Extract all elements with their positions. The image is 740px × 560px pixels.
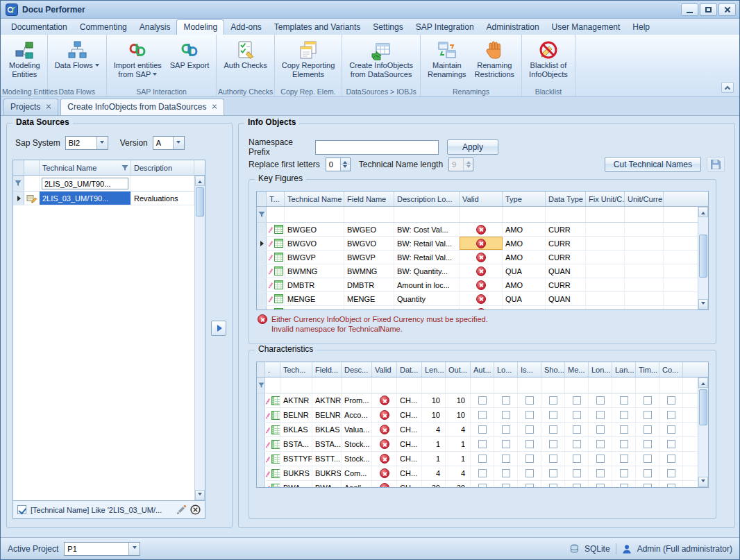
- clear-filter-icon[interactable]: [190, 504, 201, 515]
- filter-cell[interactable]: [565, 377, 589, 393]
- technical-name-cell[interactable]: MENGE: [285, 292, 344, 305]
- vertical-scrollbar[interactable]: [698, 207, 708, 309]
- valid-cell[interactable]: [460, 251, 503, 264]
- technical-name-cell[interactable]: AKTNR: [280, 393, 312, 407]
- flag-cell[interactable]: [471, 466, 494, 480]
- length-cell[interactable]: 10: [422, 408, 446, 422]
- flag-cell[interactable]: [565, 423, 589, 436]
- data-type-cell[interactable]: QUAN: [546, 264, 586, 278]
- filter-cell[interactable]: [471, 377, 494, 393]
- spin-buttons[interactable]: [340, 158, 350, 171]
- valid-cell[interactable]: [372, 452, 397, 466]
- type-cell[interactable]: QUA: [503, 292, 546, 305]
- filter-cell[interactable]: [460, 207, 503, 222]
- cut-technical-names-button[interactable]: Cut Technical Names: [605, 157, 701, 172]
- column-description[interactable]: Desc...: [342, 362, 372, 377]
- datasource-row[interactable]: 2LIS_03_UM/T90... Revaluations: [13, 192, 205, 205]
- flag-cell[interactable]: [636, 437, 659, 451]
- filter-cell[interactable]: [636, 377, 659, 393]
- flag-cell[interactable]: [659, 423, 683, 436]
- flag-cell[interactable]: [589, 452, 612, 466]
- type-cell[interactable]: QUA: [503, 264, 546, 278]
- fix-unit-cell[interactable]: [586, 237, 625, 250]
- data-type-cell[interactable]: CURR: [546, 237, 586, 250]
- column-type[interactable]: Type: [503, 192, 546, 206]
- output-length-cell[interactable]: 10: [446, 408, 471, 422]
- blacklist-of-infoobjects-button[interactable]: Blacklist of InfoObjects: [525, 37, 572, 80]
- data-type-cell[interactable]: CH...: [397, 423, 422, 436]
- tab-settings[interactable]: Settings: [367, 20, 409, 35]
- data-type-cell[interactable]: [546, 306, 586, 310]
- scroll-up-button[interactable]: [698, 377, 708, 388]
- flag-cell[interactable]: [494, 452, 518, 466]
- type-cell[interactable]: AMO: [503, 278, 546, 291]
- unit-currency-cell[interactable]: [625, 264, 664, 278]
- technical-name-cell[interactable]: BWGVP: [285, 251, 344, 264]
- move-right-button[interactable]: [211, 321, 226, 336]
- column-fix-unit[interactable]: Fix Unit/C...: [586, 192, 625, 206]
- flag-cell[interactable]: [659, 452, 683, 466]
- flag-cell[interactable]: [471, 452, 494, 466]
- flag-cell[interactable]: [471, 423, 494, 436]
- technical-name-cell[interactable]: BWGVO: [285, 237, 344, 250]
- characteristic-row[interactable]: AKTNR AKTNR Prom... CH... 10 10: [257, 393, 708, 408]
- description-cell[interactable]: Prom...: [342, 393, 372, 407]
- tab-create-infoobjects[interactable]: Create InfoObjects from DataSources: [60, 99, 224, 115]
- technical-name-cell[interactable]: BUKRS: [280, 466, 312, 480]
- flag-cell[interactable]: [589, 466, 612, 480]
- field-name-cell[interactable]: [344, 306, 394, 310]
- dropdown-arrow-icon[interactable]: [173, 137, 184, 149]
- column-length[interactable]: Len...: [422, 362, 446, 377]
- filter-cell[interactable]: [589, 377, 612, 393]
- data-type-cell[interactable]: CH...: [397, 481, 422, 488]
- flag-cell[interactable]: [589, 481, 612, 488]
- output-length-cell[interactable]: 1: [446, 437, 471, 451]
- data-type-cell[interactable]: CH...: [397, 408, 422, 422]
- close-button[interactable]: [718, 3, 736, 16]
- fix-unit-cell[interactable]: [586, 292, 625, 305]
- valid-cell[interactable]: [372, 408, 397, 422]
- unit-currency-cell[interactable]: [625, 237, 664, 250]
- field-cell[interactable]: BELNR: [312, 408, 342, 422]
- description-cell[interactable]: Stock...: [342, 452, 372, 466]
- valid-cell[interactable]: [372, 481, 397, 488]
- import-entities-from-sap-button[interactable]: Import entities from SAP: [110, 37, 166, 80]
- dropdown-arrow-icon[interactable]: [128, 543, 140, 555]
- flag-cell[interactable]: [541, 393, 565, 407]
- characteristic-row[interactable]: BSTA... BSTA... Stock... CH... 1 1: [257, 437, 708, 452]
- field-name-cell[interactable]: BWGEO: [344, 223, 394, 236]
- sap-export-button[interactable]: SAP Export: [166, 37, 214, 71]
- field-cell[interactable]: AKTNR: [312, 393, 342, 407]
- column-technical-name[interactable]: Technical Name: [40, 160, 131, 175]
- column-description[interactable]: Description Lo...: [394, 192, 460, 206]
- field-name-cell[interactable]: DMBTR: [344, 278, 394, 291]
- filter-cell[interactable]: [422, 377, 446, 393]
- column-is[interactable]: Is...: [518, 362, 541, 377]
- characteristic-row[interactable]: BSTTYP BSTT... Stock... CH... 1 1: [257, 452, 708, 466]
- modeling-entities-button[interactable]: Modeling Entities: [5, 37, 44, 80]
- flag-cell[interactable]: [471, 408, 494, 422]
- flag-cell[interactable]: [589, 393, 612, 407]
- column-valid[interactable]: Valid: [372, 362, 397, 377]
- flag-cell[interactable]: [565, 466, 589, 480]
- data-type-cell[interactable]: CH...: [397, 393, 422, 407]
- column-medium[interactable]: Me...: [565, 362, 589, 377]
- filter-cell[interactable]: [265, 377, 280, 393]
- filter-cell[interactable]: [659, 377, 683, 393]
- characteristic-row[interactable]: BKLAS BKLAS Valua... CH... 4 4: [257, 423, 708, 437]
- flag-cell[interactable]: [518, 423, 541, 436]
- unit-currency-cell[interactable]: [625, 251, 664, 264]
- column-field-name[interactable]: Field Name: [344, 192, 394, 206]
- filter-cell[interactable]: [518, 377, 541, 393]
- key-figure-row[interactable]: BWGVO BWGVO BW: Retail Val... AMO CURR: [257, 237, 708, 251]
- valid-cell[interactable]: [372, 437, 397, 451]
- minimize-button[interactable]: [681, 3, 698, 16]
- fix-unit-cell[interactable]: [586, 278, 625, 291]
- tab-templates-and-variants[interactable]: Templates and Variants: [268, 20, 367, 35]
- technical-name-cell[interactable]: DMBTR: [285, 278, 344, 291]
- flag-cell[interactable]: [659, 481, 683, 488]
- field-cell[interactable]: BKLAS: [312, 423, 342, 436]
- data-type-cell[interactable]: CH...: [397, 466, 422, 480]
- technical-name-cell[interactable]: [285, 306, 344, 310]
- flag-cell[interactable]: [612, 393, 636, 407]
